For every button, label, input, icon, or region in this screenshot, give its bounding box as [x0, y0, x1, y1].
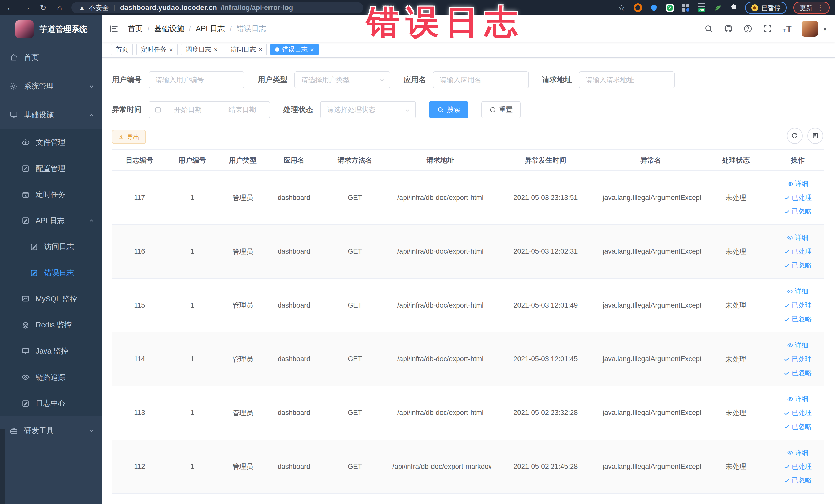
- refresh-button[interactable]: [787, 128, 803, 144]
- sidebar-item-redis[interactable]: Redis 监控: [0, 312, 102, 338]
- row-action-label: 已忽略: [792, 259, 812, 272]
- extension-puzzle-icon[interactable]: [729, 3, 738, 12]
- tab-访问日志[interactable]: 访问日志 ×: [226, 44, 267, 55]
- address-bar[interactable]: ▲ 不安全 | dashboard.yudao.iocoder.cn/infra…: [72, 2, 363, 13]
- search-button[interactable]: 搜索: [429, 101, 468, 118]
- action-已忽略[interactable]: 已忽略: [784, 313, 812, 326]
- sidebar-item-java[interactable]: Java 监控: [0, 338, 102, 364]
- user-type-select[interactable]: [294, 72, 390, 88]
- cell-app: dashboard: [268, 278, 320, 332]
- avatar-caret-down-icon[interactable]: ▾: [823, 25, 826, 32]
- cell-id: 113: [112, 386, 167, 440]
- cell-actions: 详细 已处理 已忽略: [771, 225, 824, 278]
- action-详细[interactable]: 详细: [787, 285, 808, 298]
- sidebar-item-log-center[interactable]: 日志中心: [0, 390, 102, 417]
- filter-row-2: 异常时间 开始日期 - 结束日期 处理状态 搜索: [112, 101, 826, 118]
- row-action-label: 已处理: [792, 460, 812, 473]
- request-url-input[interactable]: [579, 72, 675, 88]
- forward-icon[interactable]: →: [22, 3, 31, 12]
- font-size-icon[interactable]: TT: [782, 24, 792, 34]
- action-详细[interactable]: 详细: [787, 177, 808, 190]
- paused-extension-pill[interactable]: ☻ 已暂停: [745, 2, 787, 14]
- cell-user-type: 管理员: [217, 440, 268, 493]
- action-已处理[interactable]: 已处理: [784, 191, 812, 204]
- action-详细[interactable]: 详细: [787, 446, 808, 459]
- extension-leaf-icon[interactable]: [713, 3, 722, 12]
- sidebar-item-error-log[interactable]: 错误日志: [0, 260, 102, 286]
- action-已处理[interactable]: 已处理: [784, 406, 812, 419]
- github-icon[interactable]: [724, 24, 733, 33]
- action-已忽略[interactable]: 已忽略: [784, 420, 812, 433]
- row-action-label: 已处理: [792, 245, 812, 258]
- action-详细[interactable]: 详细: [787, 231, 808, 244]
- briefcase-icon: [9, 427, 18, 435]
- user-avatar[interactable]: [802, 21, 817, 37]
- action-已处理[interactable]: 已处理: [784, 353, 812, 366]
- tab-close-icon[interactable]: ×: [169, 46, 173, 53]
- reset-button[interactable]: 重置: [481, 101, 521, 118]
- sidebar-item-file[interactable]: 文件管理: [0, 129, 102, 156]
- action-详细[interactable]: 详细: [787, 339, 808, 352]
- sidebar-item-access-log[interactable]: 访问日志: [0, 234, 102, 260]
- sidebar-item-dev-tools[interactable]: 研发工具: [0, 417, 102, 445]
- tab-close-icon[interactable]: ×: [259, 46, 262, 53]
- tab-错误日志[interactable]: 错误日志 ×: [270, 44, 319, 55]
- help-icon[interactable]: [743, 24, 753, 33]
- process-status-select[interactable]: [320, 101, 416, 118]
- tab-首页[interactable]: 首页: [111, 44, 133, 55]
- action-已忽略[interactable]: 已忽略: [784, 367, 812, 380]
- column-settings-button[interactable]: [807, 128, 823, 144]
- action-已忽略[interactable]: 已忽略: [784, 259, 812, 272]
- bookmark-star-icon[interactable]: ☆: [617, 3, 626, 12]
- reload-icon[interactable]: ↻: [38, 3, 48, 12]
- sidebar-item-infra[interactable]: 基础设施: [0, 101, 102, 129]
- hamburger-icon[interactable]: [108, 23, 119, 34]
- tab-调度日志[interactable]: 调度日志 ×: [181, 44, 223, 55]
- screenshot-root: 错误日志 ← → ↻ ⌂ ▲ 不安全 | dashboard.yudao.ioc…: [0, 0, 835, 504]
- action-已忽略[interactable]: 已忽略: [784, 474, 812, 487]
- date-range-picker[interactable]: 开始日期 - 结束日期: [149, 101, 270, 118]
- fullscreen-icon[interactable]: [763, 24, 772, 33]
- browser-home-icon[interactable]: ⌂: [55, 3, 64, 12]
- action-详细[interactable]: 详细: [787, 392, 808, 405]
- action-已处理[interactable]: 已处理: [784, 460, 812, 473]
- extension-blue-shield-icon[interactable]: [649, 3, 658, 12]
- sidebar-scrollbar[interactable]: [0, 429, 5, 504]
- search-icon[interactable]: [704, 24, 713, 33]
- breadcrumb-item[interactable]: 基础设施: [154, 24, 184, 34]
- filter-app-name: 应用名: [404, 72, 529, 88]
- sidebar-item-system[interactable]: 系统管理: [0, 72, 102, 101]
- chevron-down-icon: [88, 428, 95, 434]
- chevron-down-icon: [88, 83, 95, 89]
- back-icon[interactable]: ←: [5, 3, 15, 12]
- app-name-input[interactable]: [433, 72, 529, 88]
- breadcrumb-item[interactable]: 首页: [128, 24, 143, 34]
- sidebar-item-mysql[interactable]: MySQL 监控: [0, 286, 102, 312]
- extension-grid-icon[interactable]: [681, 3, 690, 12]
- breadcrumb-item[interactable]: API 日志: [196, 24, 225, 34]
- emoji-face-icon: ☻: [751, 4, 758, 11]
- sidebar-item-job[interactable]: 定时任务: [0, 182, 102, 208]
- filter-exception-time: 异常时间 开始日期 - 结束日期: [112, 101, 270, 118]
- extension-on-badge-icon[interactable]: on: [697, 3, 706, 12]
- extension-orange-ring-icon[interactable]: [633, 3, 642, 12]
- sidebar-item-home[interactable]: 首页: [0, 43, 102, 72]
- tab-定时任务[interactable]: 定时任务 ×: [136, 44, 178, 55]
- extension-green-check-icon[interactable]: V: [665, 3, 674, 12]
- update-pill[interactable]: 更新 ⋮: [793, 2, 830, 14]
- user-id-input[interactable]: [149, 72, 244, 88]
- sidebar-item-trace[interactable]: 链路追踪: [0, 364, 102, 390]
- sidebar-item-api-log[interactable]: API 日志: [0, 208, 102, 234]
- sidebar-item-config[interactable]: 配置管理: [0, 156, 102, 182]
- kebab-menu-icon[interactable]: ⋮: [817, 4, 824, 12]
- action-已处理[interactable]: 已处理: [784, 299, 812, 312]
- cell-app: dashboard: [268, 332, 320, 386]
- home-icon: [9, 53, 18, 62]
- app-logo[interactable]: 芋道管理系统: [0, 15, 102, 43]
- action-已处理[interactable]: 已处理: [784, 245, 812, 258]
- tab-close-icon[interactable]: ×: [310, 46, 314, 53]
- export-button[interactable]: 导出: [112, 130, 146, 144]
- action-已忽略[interactable]: 已忽略: [784, 205, 812, 218]
- cell-status: 未处理: [701, 225, 771, 278]
- tab-close-icon[interactable]: ×: [214, 46, 218, 53]
